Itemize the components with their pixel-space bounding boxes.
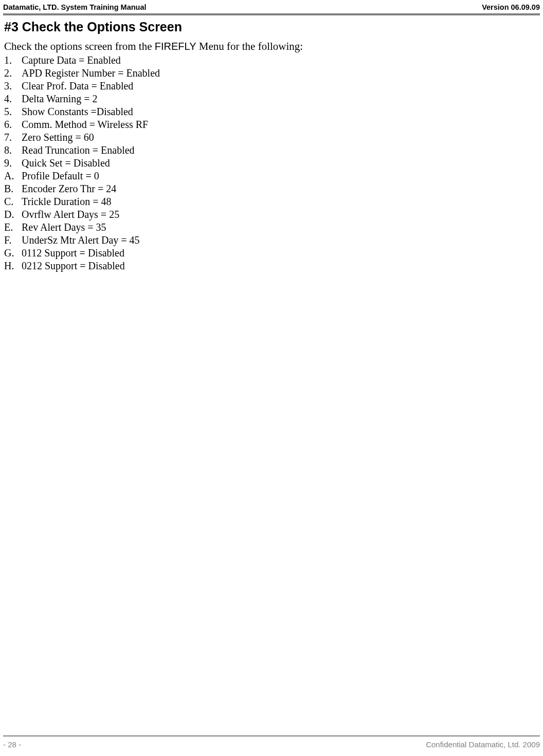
list-marker: 4. — [4, 93, 22, 105]
section-title: #3 Check the Options Screen — [4, 20, 533, 34]
list-marker: C. — [4, 195, 22, 208]
list-item: 3.Clear Prof. Data = Enabled — [4, 80, 533, 93]
list-marker: 6. — [4, 118, 22, 131]
list-text: Ovrflw Alert Days = 25 — [22, 208, 119, 221]
list-marker: D. — [4, 208, 22, 221]
list-marker: E. — [4, 221, 22, 234]
list-item: 6.Comm. Method = Wireless RF — [4, 118, 533, 131]
list-text: Clear Prof. Data = Enabled — [22, 80, 133, 93]
list-text: APD Register Number = Enabled — [22, 67, 160, 80]
list-item: 8.Read Truncation = Enabled — [4, 144, 533, 157]
list-item: A.Profile Default = 0 — [4, 170, 533, 182]
footer-right: Confidential Datamatic, Ltd. 2009 — [426, 740, 540, 749]
list-text: Encoder Zero Thr = 24 — [22, 182, 116, 195]
intro-text-post: Menu for the following: — [196, 40, 303, 52]
intro-text-mid: FIREFLY — [155, 41, 196, 52]
list-item: 5.Show Constants =Disabled — [4, 105, 533, 118]
list-marker: 9. — [4, 157, 22, 170]
list-item: F.UnderSz Mtr Alert Day = 45 — [4, 234, 533, 247]
list-item: C.Trickle Duration = 48 — [4, 195, 533, 208]
content-area: #3 Check the Options Screen Check the op… — [4, 20, 533, 272]
list-item: 1.Capture Data = Enabled — [4, 54, 533, 67]
list-item: E.Rev Alert Days = 35 — [4, 221, 533, 234]
list-item: G.0112 Support = Disabled — [4, 247, 533, 260]
header-rule — [3, 13, 540, 15]
list-text: Capture Data = Enabled — [22, 54, 121, 67]
header-bar: Datamatic, LTD. System Training Manual V… — [3, 3, 540, 11]
list-marker: 2. — [4, 67, 22, 80]
list-marker: B. — [4, 182, 22, 195]
header-left: Datamatic, LTD. System Training Manual — [3, 3, 147, 11]
list-text: UnderSz Mtr Alert Day = 45 — [22, 234, 140, 247]
list-item: D.Ovrflw Alert Days = 25 — [4, 208, 533, 221]
list-text: 0112 Support = Disabled — [22, 247, 124, 260]
list-marker: G. — [4, 247, 22, 260]
list-item: 9.Quick Set = Disabled — [4, 157, 533, 170]
list-text: Comm. Method = Wireless RF — [22, 118, 148, 131]
footer-bar: - 28 - Confidential Datamatic, Ltd. 2009 — [3, 740, 540, 749]
list-marker: F. — [4, 234, 22, 247]
footer-left: - 28 - — [3, 740, 21, 749]
list-item: H.0212 Support = Disabled — [4, 260, 533, 272]
list-text: Quick Set = Disabled — [22, 157, 110, 170]
list-item: 2.APD Register Number = Enabled — [4, 67, 533, 80]
intro-text-pre: Check the options screen from the — [4, 40, 155, 52]
list-item: 4.Delta Warning = 2 — [4, 93, 533, 105]
list-marker: 3. — [4, 80, 22, 93]
list-marker: 5. — [4, 105, 22, 118]
list-item: B.Encoder Zero Thr = 24 — [4, 182, 533, 195]
header-right: Version 06.09.09 — [482, 3, 540, 11]
list-text: Zero Setting = 60 — [22, 131, 94, 144]
intro-paragraph: Check the options screen from the FIREFL… — [4, 40, 533, 53]
list-marker: 8. — [4, 144, 22, 157]
list-text: Profile Default = 0 — [22, 170, 99, 182]
list-text: Trickle Duration = 48 — [22, 195, 111, 208]
list-text: 0212 Support = Disabled — [22, 260, 125, 272]
list-text: Read Truncation = Enabled — [22, 144, 135, 157]
options-list: 1.Capture Data = Enabled 2.APD Register … — [4, 54, 533, 272]
list-marker: 7. — [4, 131, 22, 144]
page: Datamatic, LTD. System Training Manual V… — [0, 0, 543, 756]
footer-rule — [3, 735, 540, 736]
list-item: 7.Zero Setting = 60 — [4, 131, 533, 144]
list-marker: 1. — [4, 54, 22, 67]
list-text: Show Constants =Disabled — [22, 105, 133, 118]
list-text: Rev Alert Days = 35 — [22, 221, 106, 234]
list-marker: H. — [4, 260, 22, 272]
list-text: Delta Warning = 2 — [22, 93, 98, 105]
list-marker: A. — [4, 170, 22, 182]
